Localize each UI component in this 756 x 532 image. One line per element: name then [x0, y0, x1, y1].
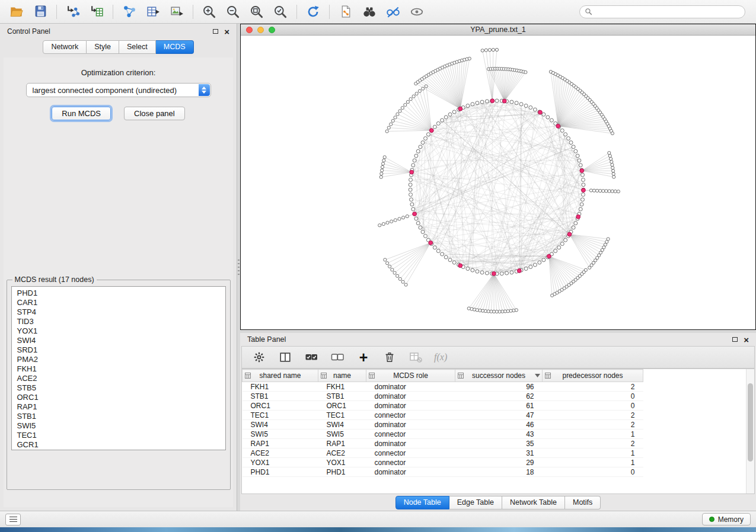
network-leaf-node[interactable]: [404, 283, 407, 286]
mcds-result-item[interactable]: PHD1: [17, 289, 225, 298]
mcds-result-item[interactable]: TEC1: [17, 431, 225, 440]
delete-column-button[interactable]: [382, 350, 397, 365]
network-leaf-node[interactable]: [404, 103, 407, 106]
network-leaf-node[interactable]: [467, 307, 470, 310]
tab-select[interactable]: Select: [119, 40, 156, 54]
network-leaf-node[interactable]: [608, 152, 611, 155]
network-node[interactable]: [485, 271, 489, 275]
search-input[interactable]: [595, 7, 740, 17]
select-all-rows-button[interactable]: [304, 350, 319, 365]
network-node[interactable]: [433, 125, 436, 129]
network-dominator-node[interactable]: [547, 254, 551, 258]
network-node[interactable]: [542, 258, 546, 262]
network-leaf-node[interactable]: [406, 215, 409, 218]
network-node[interactable]: [569, 141, 573, 145]
network-canvas[interactable]: [241, 36, 755, 329]
mcds-result-item[interactable]: YOX1: [17, 326, 225, 336]
network-node[interactable]: [564, 133, 567, 136]
network-leaf-node[interactable]: [398, 277, 401, 280]
network-node[interactable]: [416, 222, 420, 225]
network-node[interactable]: [505, 271, 509, 275]
network-node[interactable]: [433, 246, 436, 249]
network-node[interactable]: [560, 242, 564, 246]
table-row[interactable]: ACE2ACE2connector311: [243, 448, 643, 458]
network-node[interactable]: [448, 258, 452, 262]
network-node[interactable]: [560, 129, 564, 132]
network-node[interactable]: [421, 141, 425, 145]
network-dominator-node[interactable]: [582, 188, 586, 193]
network-leaf-node[interactable]: [589, 189, 592, 192]
network-leaf-node[interactable]: [524, 70, 527, 73]
zoom-fit-button[interactable]: [246, 3, 267, 21]
network-node[interactable]: [413, 159, 416, 162]
zoom-in-button[interactable]: [199, 3, 220, 21]
network-leaf-node[interactable]: [387, 126, 390, 129]
network-leaf-node[interactable]: [614, 190, 617, 193]
table-row[interactable]: FKH1FKH1dominator962: [243, 382, 643, 392]
mcds-result-item[interactable]: RAP1: [17, 402, 225, 412]
network-dominator-node[interactable]: [517, 269, 521, 273]
network-leaf-node[interactable]: [393, 271, 396, 274]
network-node[interactable]: [529, 265, 532, 269]
table-row[interactable]: SWI4SWI4dominator462: [243, 420, 643, 430]
network-leaf-node[interactable]: [396, 274, 399, 277]
open-session-button[interactable]: [6, 3, 27, 21]
tab-edge-table[interactable]: Edge Table: [449, 496, 502, 509]
network-node[interactable]: [533, 108, 537, 111]
network-node[interactable]: [529, 106, 532, 110]
table-row[interactable]: RAP1RAP1dominator352: [243, 439, 643, 448]
network-node[interactable]: [410, 198, 413, 201]
import-table-button[interactable]: [86, 3, 107, 21]
function-builder-button[interactable]: f(x): [434, 352, 447, 363]
close-panel-icon[interactable]: ×: [224, 27, 229, 36]
network-node[interactable]: [542, 113, 546, 116]
network-node[interactable]: [471, 102, 474, 106]
network-leaf-node[interactable]: [401, 107, 404, 110]
network-node[interactable]: [550, 118, 553, 122]
network-leaf-node[interactable]: [391, 119, 394, 122]
network-leaf-node[interactable]: [415, 92, 418, 95]
network-dominator-node[interactable]: [556, 124, 560, 128]
network-node[interactable]: [524, 267, 528, 271]
network-node[interactable]: [574, 149, 578, 153]
network-node[interactable]: [576, 154, 579, 158]
network-node[interactable]: [424, 234, 428, 238]
network-leaf-node[interactable]: [382, 159, 385, 162]
network-leaf-node[interactable]: [495, 48, 498, 51]
network-leaf-node[interactable]: [612, 172, 615, 175]
network-node[interactable]: [409, 188, 412, 191]
add-column-button[interactable]: +: [356, 350, 371, 365]
maximize-window-icon[interactable]: [269, 27, 275, 33]
network-leaf-node[interactable]: [611, 164, 614, 166]
zoom-selected-button[interactable]: [270, 3, 291, 21]
show-columns-button[interactable]: [277, 350, 293, 365]
network-node[interactable]: [580, 203, 583, 206]
network-node[interactable]: [574, 222, 578, 225]
hide-details-button[interactable]: [382, 3, 404, 21]
mcds-result-item[interactable]: STB1: [17, 412, 225, 421]
memory-button[interactable]: Memory: [702, 513, 751, 525]
network-dominator-node[interactable]: [429, 241, 433, 245]
mcds-result-item[interactable]: GCR1: [17, 440, 225, 450]
column-header-name[interactable]: name: [318, 370, 366, 382]
network-node[interactable]: [436, 249, 440, 253]
network-leaf-node[interactable]: [381, 162, 384, 165]
network-dominator-node[interactable]: [492, 272, 496, 276]
network-dominator-node[interactable]: [429, 129, 433, 133]
network-leaf-node[interactable]: [379, 175, 382, 178]
network-leaf-node[interactable]: [611, 190, 614, 193]
export-table-button[interactable]: [142, 3, 164, 21]
network-node[interactable]: [480, 271, 484, 274]
column-header-shared-name[interactable]: shared name: [243, 370, 318, 382]
network-leaf-node[interactable]: [599, 190, 602, 193]
network-leaf-node[interactable]: [385, 130, 388, 133]
status-menu-button[interactable]: [5, 514, 21, 525]
network-node[interactable]: [581, 173, 585, 177]
network-node[interactable]: [572, 226, 575, 229]
network-leaf-node[interactable]: [611, 132, 614, 135]
network-leaf-node[interactable]: [396, 113, 399, 116]
network-leaf-node[interactable]: [481, 49, 484, 52]
table-row[interactable]: STB1STB1dominator620: [243, 392, 643, 401]
table-row[interactable]: SWI5SWI5connector431: [243, 430, 643, 439]
network-node[interactable]: [441, 118, 444, 122]
